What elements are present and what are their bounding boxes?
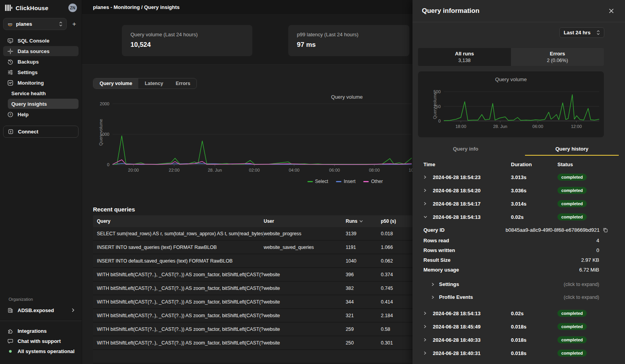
history-row[interactable]: 2024-06-28 18:54:233.013scompleted <box>423 170 614 184</box>
detail-row-memory-usage: Memory usage6.72 MiB <box>423 265 614 275</box>
query-volume-chart: Query volume Query volume 20001000020:00… <box>93 92 412 190</box>
table-row[interactable]: WITH bitShiftLeft(CAST(?..), _CAST(?..))… <box>93 282 412 295</box>
sidebar-item-help[interactable]: ?Help <box>3 109 79 119</box>
chevron-right-icon[interactable] <box>423 351 433 355</box>
td-p50: 2.184 <box>381 313 412 318</box>
add-service-button[interactable]: + <box>70 20 79 28</box>
tab-latency[interactable]: Latency <box>138 78 169 89</box>
sidebar-item-chat-with-support[interactable]: Chat with support <box>3 336 79 346</box>
history-row[interactable]: 2024-06-28 18:40:310.018scompleted <box>423 346 614 360</box>
column-user[interactable]: User <box>264 218 346 224</box>
connect-button[interactable]: Connect <box>3 126 79 138</box>
tab-query-history[interactable]: Query history <box>519 144 625 154</box>
sidebar-item-label: Query insights <box>11 101 47 107</box>
service-selector[interactable]: aws planes <box>3 18 67 30</box>
help-icon: ? <box>7 111 13 117</box>
tab-errors[interactable]: Errors <box>170 78 197 89</box>
stat-label: Query volume (Last 24 hours) <box>130 32 244 37</box>
svg-text:500: 500 <box>434 89 441 94</box>
chevron-right-icon <box>71 308 75 313</box>
sidebar-item-monitoring[interactable]: Monitoring <box>3 78 79 88</box>
detail-value-text: 0 <box>596 247 599 253</box>
expandable-profile-events[interactable]: Profile Events(click to expand) <box>423 291 614 304</box>
table-row[interactable]: INSERT INTO saved_queries (text) FORMAT … <box>93 241 412 254</box>
td-p50: 1.066 <box>381 245 412 250</box>
sidebar-item-backups[interactable]: Backups <box>3 57 79 67</box>
sidebar-item-settings[interactable]: Settings <box>3 67 79 77</box>
summary-errors[interactable]: Errors 2 (0.06%) <box>511 48 604 66</box>
sidebar-item-label: Data sources <box>18 48 50 54</box>
table-row[interactable]: WITH bitShiftLeft(CAST(?..), _CAST(?..))… <box>93 268 412 282</box>
history-row[interactable]: 2024-06-28 18:54:130.02scompleted <box>423 307 614 320</box>
table-row[interactable]: SELECT sum(read_rows) AS r, sum(total_ro… <box>93 227 412 241</box>
chevron-right-icon[interactable] <box>423 325 433 328</box>
column-p50[interactable]: p50 (s) <box>381 218 412 224</box>
legend-item-insert[interactable]: Insert <box>336 179 355 184</box>
avatar[interactable]: ZN <box>68 4 77 12</box>
td-query: WITH bitShiftLeft(CAST(?..), _CAST(?..))… <box>97 299 264 305</box>
detail-value-text: 4 <box>596 238 599 243</box>
mini-chart-canvas[interactable]: 500250018:0028. Jun06:0012:00 <box>418 71 604 131</box>
history-row[interactable]: 2024-06-28 18:45:490.018scompleted <box>423 320 614 333</box>
status-cell: completed <box>557 213 614 220</box>
chevron-down-icon[interactable] <box>423 215 433 218</box>
history-duration: 3.036s <box>511 188 557 194</box>
summary-label: All runs <box>455 51 474 57</box>
panel-header: Query information <box>412 0 625 22</box>
chart-canvas[interactable]: 20001000020:0022:0028. Jun02:0004:0006:0… <box>93 92 412 176</box>
td-query: WITH bitShiftLeft(CAST(?..), _CAST(?..))… <box>97 272 264 277</box>
chevron-right-icon[interactable] <box>423 338 433 342</box>
sidebar-item-query-insights[interactable]: Query insights <box>8 99 79 109</box>
table-row[interactable]: WITH bitShiftLeft(CAST(?..), _CAST(?..))… <box>93 309 412 323</box>
sidebar-item-integrations[interactable]: Integrations <box>3 326 79 336</box>
table-row[interactable]: WITH bitShiftLeft(CAST(?..), _CAST(?..))… <box>93 323 412 336</box>
svg-text:20:00: 20:00 <box>128 168 139 172</box>
column-runs[interactable]: Runs <box>346 218 381 224</box>
legend-swatch <box>363 181 369 182</box>
td-runs: 250 <box>346 340 381 346</box>
td-query: SELECT sum(read_rows) AS r, sum(total_ro… <box>97 231 264 236</box>
history-row[interactable]: 2024-06-28 18:54:130.02scompleted <box>423 210 614 224</box>
history-duration: 0.018s <box>511 324 557 330</box>
column-query[interactable]: Query <box>97 218 264 224</box>
sidebar-item-sql-console[interactable]: SQL Console <box>3 36 79 46</box>
panel-tabs: Query info Query history <box>412 144 625 154</box>
history-duration: 3.014s <box>511 201 557 207</box>
chevron-right-icon[interactable] <box>423 202 433 206</box>
copy-icon[interactable] <box>603 227 608 233</box>
history-row[interactable]: 2024-06-28 18:54:173.014scompleted <box>423 197 614 210</box>
chevron-right-icon[interactable] <box>423 188 433 192</box>
sidebar: ClickHouse ZN aws planes + SQL ConsoleDa… <box>0 0 82 364</box>
sidebar-item-data-sources[interactable]: Data sources <box>3 46 79 56</box>
history-duration: 3.013s <box>511 174 557 180</box>
history-row[interactable]: 2024-06-28 18:54:203.036scompleted <box>423 184 614 197</box>
detail-value: 0 <box>596 247 614 253</box>
td-user: website <box>264 286 346 291</box>
chart-title: Query volume <box>311 94 383 100</box>
recent-queries-table: Query User Runs p50 (s) SELECT sum(read_… <box>93 215 412 364</box>
chevron-right-icon[interactable] <box>423 175 433 179</box>
history-row[interactable]: 2024-06-28 18:40:330.018scompleted <box>423 333 614 346</box>
sidebar-item-service-health[interactable]: Service health <box>8 88 79 98</box>
expandable-settings[interactable]: Settings(click to expand) <box>423 278 614 291</box>
tab-query-info[interactable]: Query info <box>412 144 519 154</box>
time-range-select[interactable]: Last 24 hrs <box>559 27 604 38</box>
table-row[interactable]: WITH bitShiftLeft(CAST(?..), _CAST(?..))… <box>93 295 412 309</box>
column-runs-label: Runs <box>346 218 357 224</box>
close-icon[interactable] <box>607 7 616 15</box>
sidebar-item-all-systems-operational[interactable]: All systems operational <box>3 346 79 356</box>
tab-query-volume[interactable]: Query volume <box>93 78 138 89</box>
svg-text:28. Jun: 28. Jun <box>208 168 222 172</box>
summary-all-runs[interactable]: All runs 3,138 <box>418 48 511 66</box>
table-row[interactable]: WITH bitShiftLeft(CAST(?..), _CAST(?..))… <box>93 336 412 350</box>
legend-item-other[interactable]: Other <box>363 179 383 184</box>
chevron-right-icon[interactable] <box>423 311 433 315</box>
organization-row[interactable]: ADSB.exposed <box>3 305 79 315</box>
table-row[interactable]: INSERT INTO default.saved_queries (text)… <box>93 254 412 268</box>
detail-label: Rows written <box>423 247 455 253</box>
query-information-panel: Query information Last 24 hrs All runs 3… <box>412 0 625 364</box>
legend-item-select[interactable]: Select <box>307 179 328 184</box>
stat-value: 97 ms <box>297 41 401 49</box>
status-badge: completed <box>557 187 587 194</box>
legend-swatch <box>336 181 341 182</box>
